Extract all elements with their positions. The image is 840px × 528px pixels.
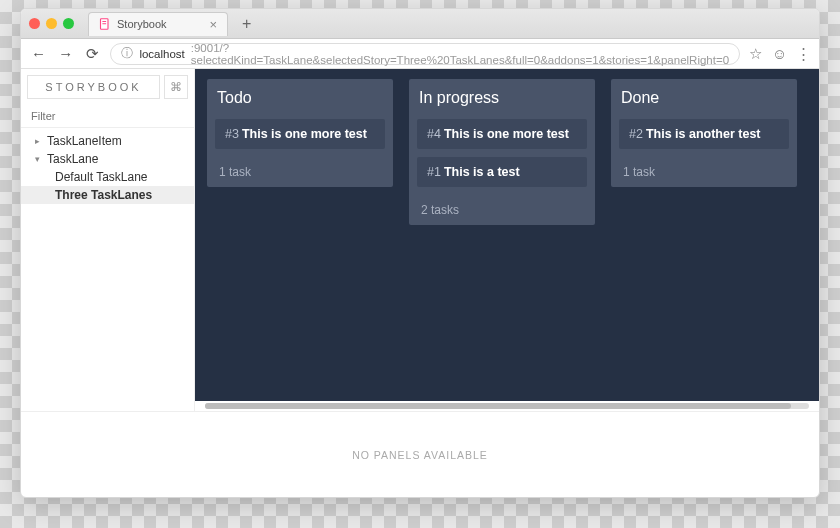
task-title: This is a test	[444, 165, 520, 179]
url-host: localhost	[139, 48, 184, 60]
bookmark-star-icon[interactable]: ☆	[748, 45, 764, 63]
tree-label: TaskLaneItem	[47, 134, 122, 148]
chevron-down-icon: ▾	[35, 154, 43, 164]
url-path: :9001/?selectedKind=TaskLane&selectedSto…	[191, 42, 729, 66]
task-card[interactable]: #4This is one more test	[417, 119, 587, 149]
tree-group-tasklaneitem[interactable]: ▸ TaskLaneItem	[21, 132, 194, 150]
task-card[interactable]: #2This is another test	[619, 119, 789, 149]
browser-menu-icon[interactable]: ⋮	[795, 45, 811, 63]
filter-input[interactable]	[21, 105, 194, 128]
lane-count: 2 tasks	[417, 195, 587, 217]
task-id: #3	[225, 127, 239, 141]
sidebar-header: STORYBOOK ⌘	[21, 69, 194, 105]
app-top: STORYBOOK ⌘ ▸ TaskLaneItem ▾ TaskLane De…	[21, 69, 819, 411]
tree-item-default-tasklane[interactable]: Default TaskLane	[21, 168, 194, 186]
forward-button[interactable]: →	[56, 43, 75, 65]
addons-panel: NO PANELS AVAILABLE	[21, 411, 819, 497]
addons-empty-message: NO PANELS AVAILABLE	[352, 449, 488, 461]
tab-bar: Storybook × +	[21, 9, 819, 39]
tree-item-label: Default TaskLane	[55, 170, 148, 184]
lane-count: 1 task	[619, 157, 789, 179]
sidebar: STORYBOOK ⌘ ▸ TaskLaneItem ▾ TaskLane De…	[21, 69, 195, 411]
tree-item-label: Three TaskLanes	[55, 188, 152, 202]
tab-title: Storybook	[117, 18, 203, 30]
task-lane-done[interactable]: Done #2This is another test 1 task	[611, 79, 797, 187]
tree-group-tasklane[interactable]: ▾ TaskLane	[21, 150, 194, 168]
close-window-button[interactable]	[29, 18, 40, 29]
lane-title: Done	[621, 89, 787, 107]
window-controls	[29, 18, 74, 29]
lane-title: In progress	[419, 89, 585, 107]
storybook-logo-button[interactable]: STORYBOOK	[27, 75, 160, 99]
task-id: #4	[427, 127, 441, 141]
task-id: #1	[427, 165, 441, 179]
story-tree: ▸ TaskLaneItem ▾ TaskLane Default TaskLa…	[21, 128, 194, 208]
address-bar[interactable]: ⓘ localhost:9001/?selectedKind=TaskLane&…	[110, 43, 740, 65]
close-tab-icon[interactable]: ×	[209, 18, 217, 31]
tree-item-three-tasklanes[interactable]: Three TaskLanes	[21, 186, 194, 204]
browser-window: Storybook × + ← → ⟳ ⓘ localhost:9001/?se…	[20, 8, 820, 498]
address-bar-row: ← → ⟳ ⓘ localhost:9001/?selectedKind=Tas…	[21, 39, 819, 69]
storybook-favicon-icon	[99, 18, 111, 30]
task-lane-in-progress[interactable]: In progress #4This is one more test #1Th…	[409, 79, 595, 225]
task-card[interactable]: #1This is a test	[417, 157, 587, 187]
tree-label: TaskLane	[47, 152, 98, 166]
preview-pane: Todo #3This is one more test 1 task In p…	[195, 69, 819, 411]
task-title: This is another test	[646, 127, 761, 141]
task-lane-todo[interactable]: Todo #3This is one more test 1 task	[207, 79, 393, 187]
new-tab-button[interactable]: +	[236, 15, 257, 33]
site-info-icon[interactable]: ⓘ	[121, 46, 133, 61]
svg-rect-2	[102, 23, 106, 24]
svg-rect-1	[102, 21, 106, 22]
horizontal-scrollbar[interactable]	[205, 403, 809, 409]
back-button[interactable]: ←	[29, 43, 48, 65]
minimize-window-button[interactable]	[46, 18, 57, 29]
task-title: This is one more test	[444, 127, 569, 141]
story-canvas: Todo #3This is one more test 1 task In p…	[195, 69, 819, 401]
lane-title: Todo	[217, 89, 383, 107]
browser-tab[interactable]: Storybook ×	[88, 12, 228, 36]
maximize-window-button[interactable]	[63, 18, 74, 29]
lane-count: 1 task	[215, 157, 385, 179]
chevron-right-icon: ▸	[35, 136, 43, 146]
task-card[interactable]: #3This is one more test	[215, 119, 385, 149]
task-id: #2	[629, 127, 643, 141]
profile-icon[interactable]: ☺	[772, 45, 788, 63]
storybook-app: STORYBOOK ⌘ ▸ TaskLaneItem ▾ TaskLane De…	[21, 69, 819, 497]
shortcuts-button[interactable]: ⌘	[164, 75, 188, 99]
reload-button[interactable]: ⟳	[83, 43, 102, 65]
task-title: This is one more test	[242, 127, 367, 141]
